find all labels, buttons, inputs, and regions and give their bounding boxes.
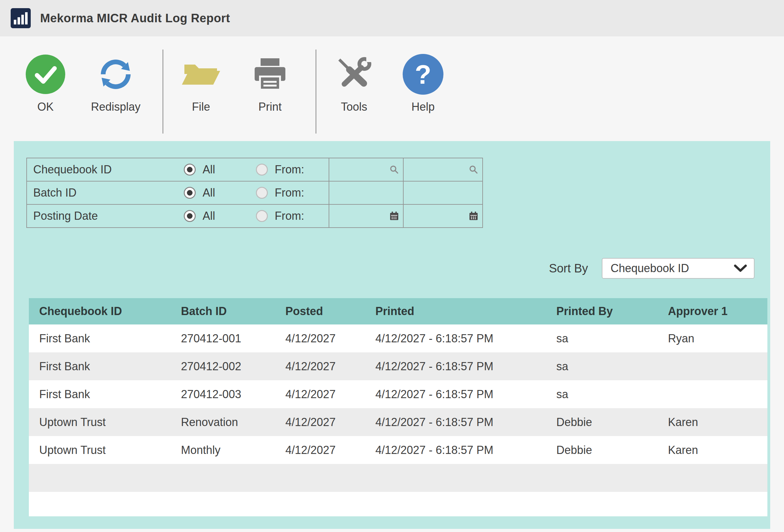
- tools-button-label: Tools: [341, 100, 367, 114]
- batch-from-input[interactable]: [333, 183, 399, 203]
- sort-by-label: Sort By: [549, 262, 588, 275]
- filter-label: Chequebook ID: [27, 163, 174, 176]
- posting-date-all-radio[interactable]: [184, 210, 196, 222]
- cell-chequebook-id: First Bank: [29, 324, 181, 352]
- from-radio-label: From:: [275, 186, 304, 199]
- redisplay-button[interactable]: Redisplay: [91, 54, 140, 114]
- cell-batch-id: Renovation: [181, 408, 285, 436]
- column-header-approver-1: Approver 1: [668, 298, 767, 324]
- cell-posted: 4/12/2027: [285, 380, 375, 408]
- cell-approver-1: Karen: [668, 408, 767, 436]
- chequebook-to-input[interactable]: [408, 160, 467, 179]
- batch-to-field: [403, 181, 482, 204]
- all-radio-label: All: [203, 186, 225, 199]
- column-header-printed-by: Printed By: [556, 298, 668, 324]
- toolbar-divider: [163, 50, 163, 134]
- chequebook-from-input[interactable]: [333, 160, 387, 179]
- sort-by-dropdown[interactable]: Chequebook ID: [602, 258, 755, 279]
- filter-label: Posting Date: [27, 209, 174, 223]
- ok-check-icon: [25, 54, 66, 95]
- cell-batch-id: 270412-002: [181, 352, 285, 380]
- cell-posted: 4/12/2027: [285, 408, 375, 436]
- filter-row-batch-id: Batch ID All From:: [27, 181, 482, 205]
- cell-printed: 4/12/2027 - 6:18:57 PM: [375, 408, 556, 436]
- column-header-posted: Posted: [285, 298, 375, 324]
- calendar-icon[interactable]: [469, 211, 479, 221]
- cell-printed-by: sa: [556, 380, 668, 408]
- help-question-glyph: ?: [415, 59, 431, 90]
- report-options-panel: Chequebook ID All From:: [14, 141, 770, 529]
- cell-printed-by: Debbie: [556, 408, 668, 436]
- batch-from-field: [329, 181, 403, 204]
- sort-by-selected-value: Chequebook ID: [611, 262, 733, 275]
- cell-chequebook-id: First Bank: [29, 380, 181, 408]
- chequebook-from-field: [329, 158, 403, 181]
- ok-button-label: OK: [37, 100, 54, 114]
- window-title: Mekorma MICR Audit Log Report: [40, 11, 230, 25]
- posting-date-to-input[interactable]: [408, 206, 467, 226]
- app-logo-bar-chart-icon: [11, 8, 31, 28]
- redisplay-refresh-icon: [95, 54, 136, 95]
- cell-printed: 4/12/2027 - 6:18:57 PM: [375, 324, 556, 352]
- title-bar: Mekorma MICR Audit Log Report: [0, 0, 784, 36]
- help-button-label: Help: [412, 100, 435, 114]
- search-icon[interactable]: [389, 165, 399, 175]
- tools-button[interactable]: Tools: [331, 54, 377, 114]
- chevron-down-icon: [733, 264, 748, 273]
- table-row[interactable]: First Bank 270412-003 4/12/2027 4/12/202…: [29, 380, 767, 408]
- all-radio-label: All: [203, 163, 225, 176]
- cell-batch-id: Monthly: [181, 436, 285, 464]
- toolbar: OK Redisplay File: [0, 36, 784, 141]
- search-icon[interactable]: [469, 165, 479, 175]
- file-button[interactable]: File: [177, 54, 225, 114]
- sort-row: Sort By Chequebook ID: [26, 258, 755, 279]
- cell-approver-1: [668, 380, 767, 408]
- filter-label: Batch ID: [27, 186, 174, 199]
- cell-printed: 4/12/2027 - 6:18:57 PM: [375, 436, 556, 464]
- printer-icon: [250, 54, 290, 95]
- posting-date-to-field: [403, 205, 482, 227]
- cell-chequebook-id: First Bank: [29, 352, 181, 380]
- posting-date-from-input[interactable]: [333, 206, 387, 226]
- posting-date-from-field: [329, 205, 403, 227]
- chequebook-to-field: [403, 158, 482, 181]
- redisplay-button-label: Redisplay: [91, 100, 140, 114]
- batch-from-radio[interactable]: [256, 187, 268, 199]
- column-header-printed: Printed: [375, 298, 556, 324]
- table-row[interactable]: First Bank 270412-002 4/12/2027 4/12/202…: [29, 352, 767, 380]
- file-folder-icon: [180, 54, 221, 95]
- help-question-icon: ?: [403, 54, 443, 95]
- table-row[interactable]: Uptown Trust Renovation 4/12/2027 4/12/2…: [29, 408, 767, 436]
- chequebook-all-radio[interactable]: [184, 164, 196, 176]
- file-button-label: File: [192, 100, 210, 114]
- posting-date-from-radio[interactable]: [256, 210, 268, 222]
- all-radio-label: All: [203, 209, 225, 223]
- empty-row: [29, 464, 767, 492]
- print-button[interactable]: Print: [247, 54, 293, 114]
- cell-batch-id: 270412-001: [181, 324, 285, 352]
- tools-wrench-screwdriver-icon: [334, 54, 374, 95]
- chequebook-from-radio[interactable]: [256, 164, 268, 176]
- table-row[interactable]: Uptown Trust Monthly 4/12/2027 4/12/2027…: [29, 436, 767, 464]
- batch-all-radio[interactable]: [184, 187, 196, 199]
- cell-approver-1: Ryan: [668, 324, 767, 352]
- cell-batch-id: 270412-003: [181, 380, 285, 408]
- cell-printed-by: sa: [556, 324, 668, 352]
- help-button[interactable]: ? Help: [399, 54, 447, 114]
- cell-printed-by: Debbie: [556, 436, 668, 464]
- audit-log-table: Chequebook ID Batch ID Posted Printed Pr…: [29, 298, 767, 516]
- cell-chequebook-id: Uptown Trust: [29, 436, 181, 464]
- cell-posted: 4/12/2027: [285, 436, 375, 464]
- empty-row: [29, 492, 767, 516]
- batch-to-input[interactable]: [408, 183, 479, 203]
- cell-posted: 4/12/2027: [285, 352, 375, 380]
- toolbar-divider: [315, 50, 316, 134]
- ok-button[interactable]: OK: [22, 54, 69, 114]
- cell-printed: 4/12/2027 - 6:18:57 PM: [375, 380, 556, 408]
- table-row[interactable]: First Bank 270412-001 4/12/2027 4/12/202…: [29, 324, 767, 352]
- filter-table: Chequebook ID All From:: [26, 158, 483, 228]
- cell-approver-1: [668, 352, 767, 380]
- calendar-icon[interactable]: [389, 211, 399, 221]
- column-header-batch-id: Batch ID: [181, 298, 285, 324]
- cell-printed-by: sa: [556, 352, 668, 380]
